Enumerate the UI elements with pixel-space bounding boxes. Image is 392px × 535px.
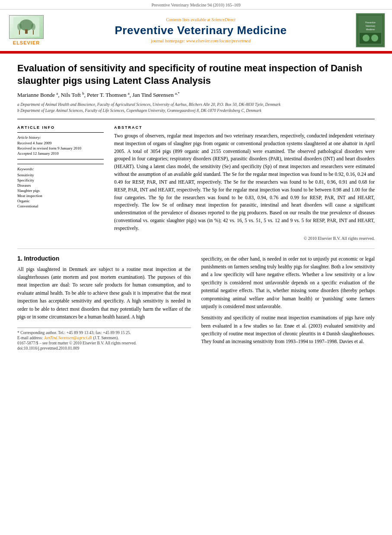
elsevier-logo: ELSEVIER	[7, 15, 46, 45]
issn-footnote: 0167-5877/$ – see front matter © 2010 El…	[17, 341, 191, 345]
history-label: Article history:	[17, 135, 104, 140]
svg-point-1	[19, 19, 33, 31]
intro-heading: 1. Introduction	[17, 255, 191, 262]
main-content: Evaluation of sensitivity and specificit…	[0, 54, 392, 360]
affiliation-b: b Department of Large Animal Sciences, F…	[17, 108, 375, 114]
intro-paragraph-2: specificity, on the other hand, is neede…	[201, 255, 375, 346]
journal-title-block: Contents lists available at ScienceDirec…	[50, 17, 351, 43]
elsevier-logo-image	[9, 15, 44, 39]
svg-rect-2	[25, 29, 28, 34]
keyword-sensitivity: Sensitivity	[17, 173, 104, 177]
intro-left-col: 1. Introduction All pigs slaughtered in …	[17, 255, 191, 352]
journal-citation-text: Preventive Veterinary Medicine 94 (2010)…	[151, 3, 240, 7]
keywords-label: Keywords:	[17, 167, 104, 171]
email-address[interactable]: JanTind.Sorensen@agrsci.dk	[44, 336, 92, 340]
journal-header: ELSEVIER Contents lists available at Sci…	[0, 10, 392, 52]
keyword-slaughter-pigs: Slaughter pigs	[17, 188, 104, 193]
abstract-column: ABSTRACT Two groups of observers, regula…	[114, 125, 375, 241]
affiliations: a Department of Animal Health and Biosci…	[17, 102, 375, 114]
received-date: Received 4 June 2009	[17, 141, 104, 145]
homepage-label: journal homepage:	[151, 38, 185, 43]
article-history-box: Article history: Received 4 June 2009 Re…	[17, 132, 104, 159]
email-footnote: E-mail address: JanTind.Sorensen@agrsci.…	[17, 336, 191, 340]
doi-footnote: doi:10.1016/j.prevetmed.2010.01.009	[17, 346, 191, 350]
authors-line: Marianne Bonde a, Nils Toft b, Peter T. …	[17, 91, 375, 99]
keyword-meat-inspection: Meat inspection	[17, 194, 104, 198]
article-body: ARTICLE INFO Article history: Received 4…	[17, 125, 375, 241]
homepage-url[interactable]: www.elsevier.com/locate/prevetmed	[186, 38, 250, 43]
intro-two-col: 1. Introduction All pigs slaughtered in …	[17, 255, 375, 352]
svg-text:Veterinary: Veterinary	[366, 25, 376, 27]
main-divider	[17, 119, 375, 119]
journal-homepage: journal homepage: www.elsevier.com/locat…	[50, 38, 351, 43]
svg-point-5	[31, 23, 35, 30]
article-info-heading: ARTICLE INFO	[17, 125, 104, 130]
svg-point-13	[363, 35, 370, 41]
keyword-specificity: Specificity	[17, 178, 104, 182]
abstract-text: Two groups of observers, regular meat in…	[114, 132, 375, 232]
email-label: E-mail address:	[17, 336, 43, 340]
keyword-organic: Organic	[17, 199, 104, 203]
affiliation-a: a Department of Animal Health and Biosci…	[17, 102, 375, 108]
article-info-column: ARTICLE INFO Article history: Received 4…	[17, 125, 104, 241]
corresponding-footnote: * Corresponding author. Tel.: +45 89 99 …	[17, 331, 191, 335]
keywords-box: Keywords: Sensitivity Specificity Diseas…	[17, 164, 104, 208]
intro-paragraph-1: All pigs slaughtered in Denmark are subj…	[17, 265, 191, 321]
copyright-line: © 2010 Elsevier B.V. All rights reserved…	[114, 236, 375, 241]
keyword-conventional: Conventional	[17, 204, 104, 208]
article-title: Evaluation of sensitivity and specificit…	[17, 62, 375, 87]
svg-text:Preventive: Preventive	[365, 21, 376, 24]
svg-point-14	[371, 35, 378, 41]
footnotes: * Corresponding author. Tel.: +45 89 99 …	[17, 328, 191, 350]
science-direct-label: Contents lists available at	[166, 17, 210, 22]
science-direct-line: Contents lists available at ScienceDirec…	[50, 17, 351, 22]
abstract-heading: ABSTRACT	[114, 125, 375, 130]
introduction-section: 1. Introduction All pigs slaughtered in …	[17, 248, 375, 352]
journal-title: Preventive Veterinary Medicine	[50, 24, 351, 37]
elsevier-wordmark: ELSEVIER	[13, 40, 40, 45]
accepted-date: Accepted 12 January 2010	[17, 151, 104, 156]
svg-text:Medicine: Medicine	[366, 28, 375, 31]
svg-point-3	[17, 23, 22, 30]
intro-right-col: specificity, on the other hand, is neede…	[201, 255, 375, 352]
journal-citation: Preventive Veterinary Medicine 94 (2010)…	[0, 0, 392, 10]
science-direct-link[interactable]: ScienceDirect	[211, 17, 236, 22]
email-attribution: (J.T. Sørensen).	[93, 336, 118, 340]
keyword-diseases: Diseases	[17, 183, 104, 188]
journal-cover-image: Preventive Veterinary Medicine	[356, 13, 385, 48]
revised-date: Received in revised form 9 January 2010	[17, 146, 104, 150]
